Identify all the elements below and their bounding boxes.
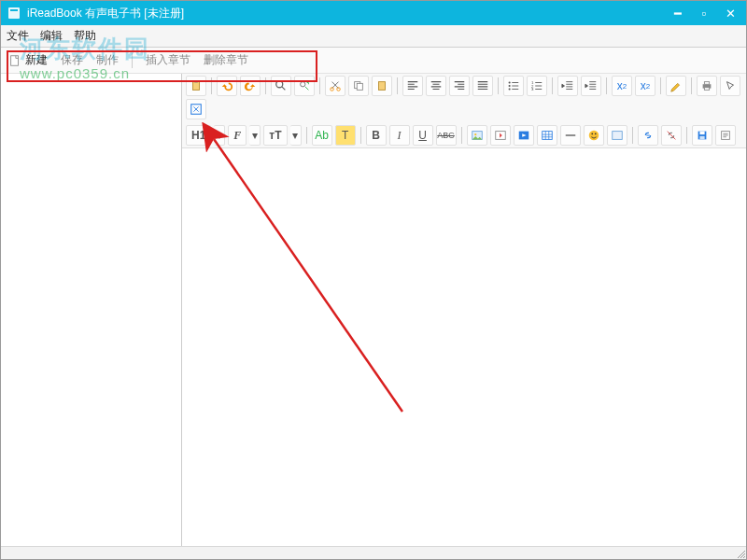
highlighter-icon[interactable] xyxy=(666,76,686,96)
svg-rect-1 xyxy=(10,9,18,11)
save-button[interactable]: 保存 xyxy=(61,52,83,68)
outdent-icon[interactable] xyxy=(557,76,578,96)
delete-chapter-button[interactable]: 删除章节 xyxy=(204,52,248,68)
preview-icon[interactable] xyxy=(715,125,736,146)
svg-rect-35 xyxy=(699,132,704,135)
titlebar: iReadBook 有声电子书 [未注册] ━ ▫ ✕ xyxy=(1,1,746,25)
svg-rect-12 xyxy=(379,82,386,91)
chevron-down-icon[interactable]: ▾ xyxy=(214,125,225,146)
svg-rect-27 xyxy=(542,132,552,140)
toolbar-primary: 新建 保存 制作 插入章节 删除章节 xyxy=(1,48,746,74)
list-bullet-icon[interactable] xyxy=(503,76,524,96)
bold-button[interactable]: B xyxy=(366,125,387,146)
toolbar-separator xyxy=(132,53,133,68)
editor-toolbar: 123 x2 x2 H1▾ F▾ тT▾ Ab T xyxy=(182,74,746,148)
hr-icon[interactable] xyxy=(560,125,581,146)
toolbar-separator xyxy=(632,127,633,144)
app-icon xyxy=(7,6,21,21)
svg-point-29 xyxy=(588,131,599,141)
fullscreen-icon[interactable] xyxy=(186,99,206,119)
menu-edit[interactable]: 编辑 xyxy=(40,28,63,44)
pointer-icon[interactable] xyxy=(720,76,740,96)
toolbar-separator xyxy=(552,77,553,94)
chevron-down-icon[interactable]: ▾ xyxy=(249,125,261,146)
new-file-icon xyxy=(8,54,21,67)
svg-rect-36 xyxy=(699,136,704,140)
copy-icon[interactable] xyxy=(348,76,369,96)
content-area: 123 x2 x2 H1▾ F▾ тT▾ Ab T xyxy=(1,74,746,546)
superscript-icon[interactable]: x2 xyxy=(635,76,655,96)
svg-point-13 xyxy=(509,81,511,83)
list-number-icon[interactable]: 123 xyxy=(527,76,547,96)
svg-rect-32 xyxy=(612,132,622,140)
svg-rect-2 xyxy=(11,55,19,65)
heading-select[interactable]: H1 xyxy=(186,125,211,146)
align-right-icon[interactable] xyxy=(449,76,470,96)
toolbar-separator xyxy=(686,127,687,144)
svg-point-30 xyxy=(591,133,593,134)
undo-icon[interactable] xyxy=(217,76,237,96)
editor-body[interactable] xyxy=(182,148,746,546)
underline-button[interactable]: U xyxy=(413,125,433,146)
link-icon[interactable] xyxy=(638,125,658,146)
align-justify-icon[interactable] xyxy=(472,76,493,96)
editor-wrap: 123 x2 x2 H1▾ F▾ тT▾ Ab T xyxy=(182,74,746,546)
maximize-button[interactable]: ▫ xyxy=(698,7,711,20)
align-center-icon[interactable] xyxy=(426,76,446,96)
save-icon[interactable] xyxy=(692,125,712,146)
svg-point-7 xyxy=(301,82,305,87)
toolbar-separator xyxy=(498,77,499,94)
toolbar-separator xyxy=(360,127,361,144)
new-button[interactable]: 新建 xyxy=(8,52,48,68)
make-button[interactable]: 制作 xyxy=(96,52,119,68)
flash-icon[interactable] xyxy=(490,125,511,146)
close-button[interactable]: ✕ xyxy=(724,7,737,20)
media-icon[interactable] xyxy=(514,125,534,146)
highlight-color-icon[interactable]: T xyxy=(335,125,356,146)
cut-icon[interactable] xyxy=(325,76,345,96)
svg-rect-21 xyxy=(704,88,709,91)
svg-rect-0 xyxy=(8,7,20,19)
paste-icon[interactable] xyxy=(372,76,392,96)
svg-line-6 xyxy=(282,87,286,91)
toolbar-separator xyxy=(606,77,607,94)
svg-point-31 xyxy=(594,133,596,134)
toolbar-separator xyxy=(397,77,398,94)
print-icon[interactable] xyxy=(697,76,717,96)
resize-handle-icon[interactable] xyxy=(735,548,746,559)
table-icon[interactable] xyxy=(537,125,557,146)
toolbar-separator xyxy=(691,77,692,94)
find-icon[interactable] xyxy=(271,76,291,96)
font-family-select[interactable]: F xyxy=(228,125,247,146)
paste-icon[interactable] xyxy=(186,76,206,96)
minimize-button[interactable]: ━ xyxy=(671,7,684,20)
replace-icon[interactable] xyxy=(294,76,315,96)
emoji-icon[interactable] xyxy=(584,125,604,146)
svg-rect-11 xyxy=(357,83,362,90)
menu-file[interactable]: 文件 xyxy=(7,28,29,44)
toolbar-separator xyxy=(660,77,661,94)
toolbar-separator xyxy=(461,127,462,144)
font-color-icon[interactable]: Ab xyxy=(312,125,332,146)
image-icon[interactable] xyxy=(467,125,487,146)
svg-rect-20 xyxy=(704,82,709,85)
svg-text:3: 3 xyxy=(531,87,534,91)
font-size-select[interactable]: тT xyxy=(263,125,287,146)
strikethrough-button[interactable]: ABC xyxy=(436,125,457,146)
chevron-down-icon[interactable]: ▾ xyxy=(290,125,302,146)
insert-chapter-button[interactable]: 插入章节 xyxy=(146,52,190,68)
italic-button[interactable]: I xyxy=(389,125,410,146)
unlink-icon[interactable] xyxy=(661,125,682,146)
subscript-icon[interactable]: x2 xyxy=(612,76,632,96)
menu-help[interactable]: 帮助 xyxy=(74,28,96,44)
svg-point-15 xyxy=(509,88,511,90)
chapter-sidebar[interactable] xyxy=(1,74,182,546)
special-char-icon[interactable] xyxy=(607,125,627,146)
svg-point-5 xyxy=(276,81,283,88)
toolbar-separator xyxy=(306,127,307,144)
toolbar-separator xyxy=(211,77,212,94)
indent-icon[interactable] xyxy=(581,76,601,96)
svg-point-24 xyxy=(474,133,476,135)
redo-icon[interactable] xyxy=(240,76,261,96)
align-left-icon[interactable] xyxy=(402,76,423,96)
